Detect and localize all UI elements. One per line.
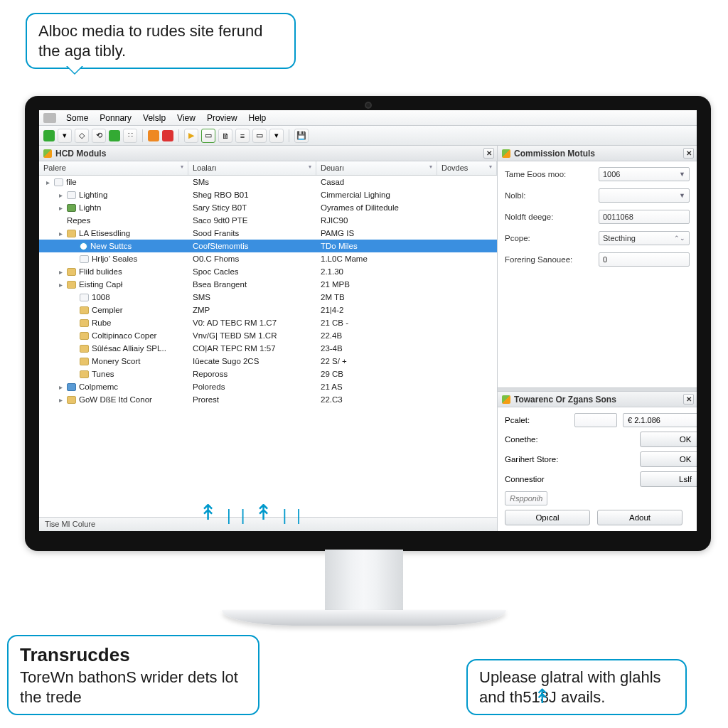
- table-row[interactable]: RepesSaco 9dt0 PTERJIC90: [39, 214, 497, 227]
- disclosure-arrow-icon[interactable]: ▸: [58, 281, 64, 289]
- field-value: 0011068: [603, 213, 633, 221]
- toolbar-play-icon[interactable]: ▶: [184, 129, 198, 143]
- tree-body[interactable]: ▸fileSMsCasad▸LightingSheg RBO B01Cimmer…: [39, 176, 497, 517]
- disclosure-arrow-icon[interactable]: ▸: [45, 178, 51, 186]
- table-row[interactable]: Monery ScortIûecate Sugo 2CS22 S/ +: [39, 355, 497, 368]
- close-icon[interactable]: ✕: [483, 148, 494, 159]
- green-icon: [67, 204, 76, 212]
- table-row[interactable]: New SuttcsCoofStemomtisTDo Miles: [39, 240, 497, 252]
- stepper-icon[interactable]: ⌃⌄: [674, 235, 685, 242]
- toolbar-button[interactable]: ▾: [58, 129, 72, 143]
- close-icon[interactable]: ✕: [683, 394, 694, 405]
- row-name: Cempler: [92, 306, 122, 314]
- column-header[interactable]: Palere: [39, 161, 188, 175]
- column-header[interactable]: Dovdes: [437, 161, 497, 175]
- pcalet-input[interactable]: [623, 413, 697, 427]
- opical-button[interactable]: Opıcal: [505, 510, 590, 525]
- disclosure-arrow-icon[interactable]: ▸: [58, 191, 64, 199]
- ok-button[interactable]: OK: [640, 432, 697, 447]
- menu-item[interactable]: Help: [243, 113, 272, 123]
- toolbar-button[interactable]: ≡: [235, 129, 250, 143]
- folder-icon: [80, 306, 89, 314]
- disclosure-arrow-icon[interactable]: ▸: [58, 204, 64, 212]
- dropdown[interactable]: ▼: [599, 188, 690, 203]
- toolbar-button[interactable]: 🗎: [218, 129, 232, 143]
- cell: V0: AD TEBC RM 1.C7: [188, 318, 316, 327]
- cell: 2.1.30: [316, 267, 437, 276]
- right-column: Commission Motuls ✕ Tame Eoos moo:1006▼N…: [498, 146, 697, 531]
- cell: 21 CB -: [316, 318, 437, 327]
- table-row[interactable]: CemplerZMP21|4-2: [39, 304, 497, 316]
- menu-item[interactable]: Some: [60, 113, 94, 123]
- table-row[interactable]: ▸Eisting CapłBsea Brangent21 MPB: [39, 278, 497, 291]
- ok-button[interactable]: OK: [640, 451, 697, 467]
- pcalet-small-input[interactable]: [574, 413, 617, 427]
- row-name: New Suttcs: [90, 242, 132, 250]
- cell: SMS: [188, 293, 316, 301]
- table-row[interactable]: Hrljo’ SealesO0.C Fhoms1.L0C Mame: [39, 252, 497, 265]
- close-icon[interactable]: ✕: [683, 148, 694, 159]
- toolbar-button[interactable]: ▾: [269, 129, 284, 143]
- row-name: Hrljo’ Seales: [92, 255, 137, 263]
- workspace: HCD Moduls ✕ Palere Loaları Deuarı Dovde…: [39, 146, 697, 531]
- table-row[interactable]: ▸Flild bulidesSpoc Cacles2.1.30: [39, 265, 497, 278]
- toolbar-button[interactable]: ▭: [252, 129, 267, 143]
- row-name: 1008: [92, 293, 110, 301]
- menu-item[interactable]: Proview: [201, 113, 243, 123]
- table-row[interactable]: ▸LA EtisesdlingSood FranitsPAMG IS: [39, 227, 497, 240]
- text-field[interactable]: Stecthing⌃⌄: [599, 231, 690, 245]
- toolbar-button[interactable]: ∷: [123, 129, 137, 143]
- table-row[interactable]: ▸ColpmemcPoloreds21 AS: [39, 380, 497, 393]
- cell: O0.C Fhoms: [188, 255, 316, 263]
- disclosure-arrow-icon[interactable]: ▸: [58, 383, 64, 391]
- cell: Sary Sticy B0T: [188, 203, 316, 212]
- disclosure-arrow-icon[interactable]: ▸: [58, 396, 64, 404]
- table-row[interactable]: ▸LightingSheg RBO B01Cimmercial Lighing: [39, 188, 497, 201]
- table-row[interactable]: TunesRepoross29 CB: [39, 368, 497, 380]
- text-field[interactable]: 0011068: [599, 210, 690, 224]
- folder-icon: [67, 230, 76, 237]
- column-header[interactable]: Loaları: [188, 161, 316, 175]
- left-panel-header: HCD Moduls ✕: [39, 146, 497, 161]
- column-header[interactable]: Deuarı: [316, 161, 437, 175]
- reported-input[interactable]: [505, 491, 547, 505]
- table-row[interactable]: 1008SMS2M TB: [39, 291, 497, 304]
- row-name: Coltipinaco Coper: [92, 331, 156, 340]
- table-row[interactable]: ▸GoW DßE Itd ConorProrest22.C3: [39, 393, 497, 406]
- cell: RJIC90: [316, 216, 437, 225]
- lslf-button[interactable]: Lslf: [640, 471, 697, 487]
- disclosure-arrow-icon[interactable]: ▸: [58, 268, 64, 276]
- shield-icon: [502, 395, 510, 404]
- callout-bl-body: ToreWn bathonS wrider dets lot the trede: [20, 668, 238, 706]
- cell: TDo Miles: [316, 242, 437, 250]
- dropdown[interactable]: 1006▼: [599, 167, 690, 181]
- cell: 29 CB: [316, 370, 437, 378]
- field-label: Pcope:: [505, 234, 599, 242]
- toolbar-swatch-icon[interactable]: [162, 130, 173, 141]
- toolbar-save-icon[interactable]: 💾: [294, 129, 309, 143]
- menu-item[interactable]: Velslp: [137, 113, 171, 123]
- shield-icon: [502, 149, 510, 158]
- toolbar-swatch-icon[interactable]: [148, 130, 159, 141]
- table-row[interactable]: Coltipinaco CoperVnv/G| TEBD SM 1.CR22.4…: [39, 329, 497, 342]
- row-name: Colpmemc: [79, 382, 118, 391]
- toolbar-swatch-icon[interactable]: [43, 130, 55, 141]
- adout-button[interactable]: Adout: [597, 510, 682, 525]
- cell: 22 S/ +: [316, 357, 437, 365]
- field-label: Noldft deege:: [505, 213, 599, 221]
- table-row[interactable]: ▸fileSMsCasad: [39, 176, 497, 188]
- toolbar-swatch-icon[interactable]: [109, 130, 120, 141]
- table-row[interactable]: Sûlésac Alliaiy SPL..CO|AR TEPC RM 1:572…: [39, 342, 497, 355]
- table-row[interactable]: RubeV0: AD TEBC RM 1.C721 CB -: [39, 316, 497, 329]
- cell: 21 MPB: [316, 280, 437, 289]
- text-field[interactable]: 0: [599, 252, 690, 267]
- disclosure-arrow-icon[interactable]: ▸: [58, 230, 64, 237]
- menu-item[interactable]: View: [171, 113, 201, 123]
- toolbar-button[interactable]: ▭: [201, 129, 215, 143]
- table-row[interactable]: ▸LightnSary Sticy B0TOyrames of Dilitedu…: [39, 201, 497, 214]
- toolbar-button[interactable]: ◇: [75, 129, 89, 143]
- menu-item[interactable]: Ponnary: [94, 113, 137, 123]
- folder-icon: [80, 345, 89, 353]
- webcam-dot: [365, 102, 372, 109]
- toolbar-button[interactable]: ⟲: [92, 129, 106, 143]
